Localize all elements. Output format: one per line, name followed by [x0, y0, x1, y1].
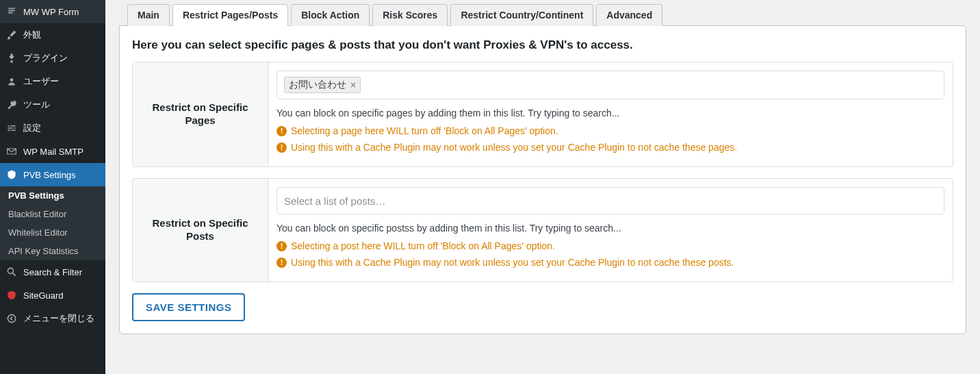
- svg-point-1: [8, 268, 13, 273]
- tab-main[interactable]: Main: [127, 4, 170, 26]
- sidebar-item-label: SiteGuard: [23, 290, 64, 301]
- section-restrict-pages: Restrict on Specific Pages お問い合わせ × You …: [132, 62, 953, 167]
- pages-warning-1: ! Selecting a page here WILL turn off 'B…: [276, 125, 944, 136]
- warning-text: Using this with a Cache Plugin may not w…: [291, 257, 734, 268]
- tab-risk-scores[interactable]: Risk Scores: [372, 4, 448, 26]
- pages-warning-2: ! Using this with a Cache Plugin may not…: [276, 142, 944, 153]
- sidebar-item-label: MW WP Form: [23, 7, 79, 17]
- warning-icon: !: [276, 142, 287, 153]
- sidebar-item-siteguard[interactable]: SiteGuard: [0, 284, 105, 307]
- pages-desc: You can block on specific pages by addin…: [276, 108, 944, 119]
- panel-intro: Here you can select specific pages & pos…: [132, 38, 953, 52]
- sidebar-item-mwwpform[interactable]: MW WP Form: [0, 0, 105, 23]
- search-icon: [5, 266, 18, 278]
- warning-icon: !: [276, 126, 287, 136]
- user-icon: [5, 75, 18, 88]
- sidebar-item-users[interactable]: ユーザー: [0, 70, 105, 93]
- sliders-icon: [5, 122, 18, 134]
- sidebar-item-settings[interactable]: 設定: [0, 116, 105, 140]
- collapse-icon: [5, 312, 18, 325]
- siteguard-icon: [5, 289, 18, 301]
- sidebar-item-label: ユーザー: [23, 75, 59, 88]
- svg-point-2: [8, 314, 15, 322]
- sidebar-item-plugins[interactable]: プラグイン: [0, 47, 105, 70]
- warning-text: Selecting a post here WILL turn off 'Blo…: [291, 240, 555, 251]
- sidebar-sub-blacklist[interactable]: Blacklist Editor: [0, 205, 105, 223]
- sidebar-item-wpmailsmtp[interactable]: WP Mail SMTP: [0, 140, 105, 163]
- admin-sidebar: MW WP Form 外観 プラグイン ユーザー ツール: [0, 0, 105, 374]
- posts-placeholder: Select a list of posts…: [284, 195, 385, 207]
- posts-warning-1: ! Selecting a post here WILL turn off 'B…: [276, 240, 944, 251]
- form-icon: [5, 5, 18, 18]
- selected-page-chip: お問い合わせ ×: [284, 77, 361, 93]
- shield-icon: [5, 169, 18, 181]
- sidebar-item-collapse[interactable]: メニューを閉じる: [0, 307, 105, 330]
- pages-select-input[interactable]: お問い合わせ ×: [276, 71, 944, 99]
- sidebar-item-label: ツール: [23, 99, 50, 111]
- sidebar-item-searchfilter[interactable]: Search & Filter: [0, 260, 105, 284]
- section-restrict-posts: Restrict on Specific Posts Select a list…: [132, 178, 953, 282]
- sidebar-item-label: 外観: [23, 29, 41, 41]
- tab-block-action[interactable]: Block Action: [291, 4, 370, 26]
- warning-icon: !: [276, 241, 287, 251]
- sidebar-item-tools[interactable]: ツール: [0, 93, 105, 116]
- posts-select-input[interactable]: Select a list of posts…: [276, 187, 944, 214]
- sidebar-item-appearance[interactable]: 外観: [0, 23, 105, 47]
- mail-icon: [5, 145, 18, 158]
- main-content: Main Restrict Pages/Posts Block Action R…: [105, 0, 980, 374]
- panel: Here you can select specific pages & pos…: [119, 25, 966, 334]
- tabs: Main Restrict Pages/Posts Block Action R…: [127, 4, 966, 25]
- section-content-posts: Select a list of posts… You can block on…: [268, 179, 953, 282]
- wrench-icon: [5, 99, 18, 111]
- tab-advanced[interactable]: Advanced: [596, 4, 662, 26]
- sidebar-sub-whitelist[interactable]: Whitelist Editor: [0, 223, 105, 242]
- chip-text: お問い合わせ: [289, 79, 346, 91]
- sidebar-item-label: PVB Settings: [23, 170, 76, 180]
- sidebar-item-label: メニューを閉じる: [23, 312, 94, 325]
- warning-icon: !: [276, 258, 287, 268]
- sidebar-item-label: 設定: [23, 122, 41, 134]
- tab-restrict-pages-posts[interactable]: Restrict Pages/Posts: [172, 4, 288, 26]
- warning-text: Selecting a page here WILL turn off 'Blo…: [291, 125, 558, 136]
- tab-restrict-country[interactable]: Restrict Country/Continent: [450, 4, 593, 26]
- sidebar-item-label: WP Mail SMTP: [23, 147, 83, 157]
- sidebar-sub-apikey[interactable]: API Key Statistics: [0, 242, 105, 260]
- section-label-pages: Restrict on Specific Pages: [133, 62, 268, 166]
- plug-icon: [5, 52, 18, 64]
- sidebar-item-label: Search & Filter: [23, 267, 82, 277]
- posts-warning-2: ! Using this with a Cache Plugin may not…: [276, 257, 944, 268]
- section-content-pages: お問い合わせ × You can block on specific pages…: [268, 62, 953, 166]
- chip-remove-icon[interactable]: ×: [350, 80, 356, 90]
- posts-desc: You can block on specific postss by addi…: [276, 223, 944, 234]
- sidebar-sub-pvbsettings[interactable]: PVB Settings: [0, 186, 105, 205]
- sidebar-submenu: PVB Settings Blacklist Editor Whitelist …: [0, 186, 105, 260]
- svg-point-0: [10, 78, 14, 82]
- sidebar-item-pvbsettings[interactable]: PVB Settings: [0, 163, 105, 186]
- sidebar-item-label: プラグイン: [23, 52, 68, 64]
- brush-icon: [5, 29, 18, 41]
- section-label-posts: Restrict on Specific Posts: [133, 179, 268, 282]
- warning-text: Using this with a Cache Plugin may not w…: [291, 142, 737, 153]
- save-settings-button[interactable]: SAVE SETTINGS: [132, 293, 245, 321]
